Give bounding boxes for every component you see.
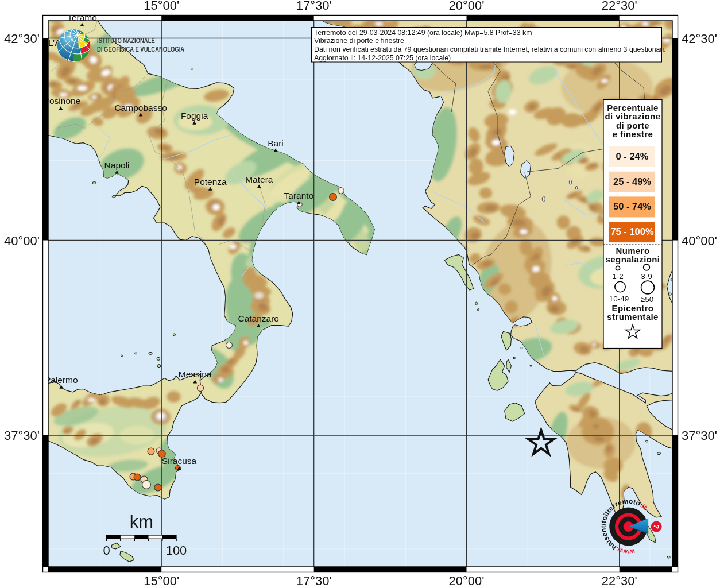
- svg-text:22°30': 22°30': [602, 574, 637, 588]
- svg-text:Bari: Bari: [268, 138, 284, 148]
- svg-text:50 - 74%: 50 - 74%: [613, 201, 651, 211]
- svg-text:km: km: [130, 512, 153, 532]
- svg-text:DI GEOFISICA E VULCANOLOGIA: DI GEOFISICA E VULCANOLOGIA: [97, 45, 184, 53]
- svg-text:17°30': 17°30': [296, 0, 332, 13]
- svg-text:15°00': 15°00': [144, 0, 179, 13]
- svg-text:e finestre: e finestre: [613, 129, 653, 139]
- svg-text:37°30': 37°30': [682, 428, 717, 443]
- svg-text:22°30': 22°30': [602, 0, 637, 13]
- svg-text:40°00': 40°00': [4, 234, 40, 248]
- svg-text:Siracusa: Siracusa: [162, 456, 197, 466]
- svg-text:20°00': 20°00': [449, 0, 485, 13]
- svg-text:Palermo: Palermo: [45, 375, 78, 385]
- svg-text:Taranto: Taranto: [284, 191, 314, 200]
- svg-text:0: 0: [103, 543, 110, 558]
- svg-text:Vibrazione di porte e finestre: Vibrazione di porte e finestre: [314, 37, 404, 45]
- svg-text:17°30': 17°30': [296, 574, 332, 588]
- svg-text:37°30': 37°30': [4, 428, 40, 443]
- svg-text:Campobasso: Campobasso: [114, 103, 167, 113]
- svg-text:75 - 100%: 75 - 100%: [610, 226, 654, 237]
- svg-text:Potenza: Potenza: [194, 177, 227, 187]
- svg-text:ISTITUTO NAZIONALE: ISTITUTO NAZIONALE: [97, 37, 155, 45]
- svg-text:15°00': 15°00': [144, 574, 179, 588]
- svg-text:Matera: Matera: [245, 175, 273, 184]
- svg-text:42°30': 42°30': [4, 32, 40, 46]
- svg-text:10-49: 10-49: [609, 295, 629, 303]
- svg-text:strumentale: strumentale: [607, 312, 658, 322]
- svg-text:Aggiornato il: 14-12-2025 07:2: Aggiornato il: 14-12-2025 07:25 (ora loc…: [314, 54, 451, 62]
- svg-text:25 - 49%: 25 - 49%: [613, 176, 651, 187]
- svg-text:≥50: ≥50: [641, 295, 653, 304]
- svg-text:Napoli: Napoli: [104, 160, 130, 170]
- svg-text:42°30': 42°30': [682, 32, 717, 46]
- svg-text:1-2: 1-2: [612, 272, 624, 281]
- svg-text:20°00': 20°00': [449, 574, 485, 588]
- svg-text:segnalazioni: segnalazioni: [606, 254, 660, 264]
- svg-text:Teramo: Teramo: [67, 13, 97, 22]
- svg-text:40°00': 40°00': [682, 234, 717, 248]
- svg-text:100: 100: [166, 543, 187, 558]
- svg-text:Foggia: Foggia: [181, 111, 208, 121]
- svg-text:0 - 24%: 0 - 24%: [616, 151, 649, 161]
- svg-text:Dati non verificati estratti d: Dati non verificati estratti da 79 quest…: [314, 45, 666, 53]
- svg-text:3-9: 3-9: [641, 272, 652, 281]
- svg-text:Terremoto del 29-03-2024 08:12: Terremoto del 29-03-2024 08:12:49 (ora l…: [314, 29, 532, 37]
- svg-text:Catanzaro: Catanzaro: [238, 314, 279, 323]
- svg-text:Messina: Messina: [179, 369, 212, 379]
